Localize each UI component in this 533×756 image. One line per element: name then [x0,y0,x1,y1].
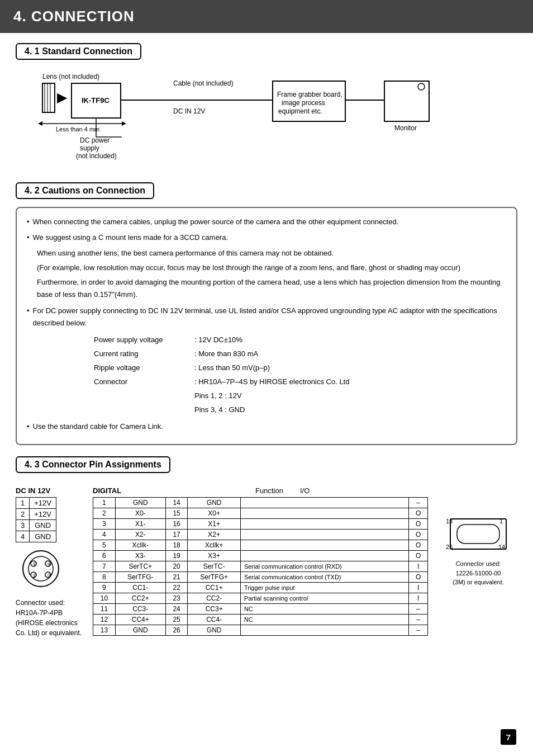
spec-key-5 [94,404,194,416]
dig-sig2: X1+ [188,519,240,530]
digital-row: 4 X2- 17 X2+ O [93,530,428,540]
dig-pin2: 18 [165,540,188,551]
svg-text:14: 14 [498,544,505,550]
dig-sig1: CC3- [115,604,165,615]
dig-sig2: X3+ [188,551,240,561]
dc-pin-row: 2+12V [16,509,56,520]
spec-row-5: Pins 3, 4 : GND [94,404,506,416]
bullet-dot-3: • [27,305,30,329]
digital-row: 9 CC1- 22 CC1+ Trigger pulse input I [93,583,428,593]
dig-func [240,519,408,530]
dig-pin1: 13 [93,625,116,636]
spec-key-0: Power supply voltage [94,334,194,346]
spec-row-4: Pins 1, 2 : 12V [94,390,506,402]
dig-pin1: 8 [93,572,116,583]
dc-connector-note-text: Connector used: HR10A-7P-4PB (HIROSE ele… [16,599,82,637]
dig-sig1: SerTC+ [115,561,165,572]
dig-pin2: 24 [165,604,188,615]
dig-pin2: 17 [165,530,188,540]
spec-key-4 [94,390,194,402]
section-42-heading: 4. 2 Cautions on Connection [16,182,154,199]
dig-pin1: 11 [93,604,116,615]
section-43-heading: 4. 3 Connector Pin Assignments [16,456,170,473]
digital-row: 6 X3- 19 X3+ O [93,551,428,561]
svg-text:(not included): (not included) [76,152,117,160]
dc-pin-num: 1 [16,498,30,509]
dig-sig2: Xcllk+ [188,540,240,551]
svg-marker-10 [122,121,126,126]
dig-sig1: CC1- [115,583,165,593]
digital-row: 11 CC3- 24 CC3+ NC – [93,604,428,615]
dig-sig2: GND [188,498,240,508]
dig-pin1: 9 [93,583,116,593]
caution-indent-1: When using another lens, the best camera… [37,247,506,259]
digital-title: DIGITAL [93,486,121,495]
dig-sig1: X1- [115,519,165,530]
dc-connector-note: Connector used: HR10A-7P-4PB (HIROSE ele… [16,598,82,638]
svg-text:Less than 4 mm: Less than 4 mm [56,126,99,133]
dc-pin-num: 2 [16,509,30,520]
svg-rect-1 [42,83,55,112]
dig-sig1: SerTFG- [115,572,165,583]
dc-pin-title: DC IN 12V [16,486,82,495]
dig-sig2: X2+ [188,530,240,540]
svg-text:13: 13 [446,518,453,525]
dig-pin2: 20 [165,561,188,572]
pin-tables-area: DC IN 12V 1+12V2+12V3GND4GND ① [16,486,517,638]
section-41-heading: 4. 1 Standard Connection [16,43,141,60]
dig-sig1: CC4+ [115,615,165,625]
page-number: 7 [501,729,516,745]
dig-pin1: 10 [93,593,116,604]
function-title: Function [255,486,283,497]
caution-bullet-1: • When connecting the camera cables, unp… [27,216,506,228]
dig-io: I [409,561,428,572]
bullet-dot-4: • [27,420,30,433]
dig-io: O [409,519,428,530]
dig-pin2: 25 [165,615,188,625]
dig-pin1: 2 [93,508,116,519]
right-connector-section: 13 1 26 14 Connector used: 12226-51000-0… [439,486,517,587]
dig-io: – [409,604,428,615]
digital-row: 1 GND 14 GND – [93,498,428,508]
header-title: 4. CONNECTION [13,8,135,25]
dig-sig2: CC1+ [188,583,240,593]
digital-row: 7 SerTC+ 20 SerTC- Serial communication … [93,561,428,572]
svg-text:supply: supply [80,144,99,152]
dig-pin1: 1 [93,498,116,508]
spec-row-3: Connector : HR10A–7P–4S by HIROSE electr… [94,376,506,388]
dig-func [240,508,408,519]
spec-val-1: : More than 830 mA [194,348,258,360]
conn-note-text: Connector used: 12226-51000-00 (3M) or e… [453,560,504,585]
dig-func: NC [240,615,408,625]
svg-text:▶: ▶ [57,91,68,105]
bullet-dot-1: • [27,216,30,228]
dig-pin2: 26 [165,625,188,636]
dig-sig2: GND [188,625,240,636]
page: 4. CONNECTION 4. 1 Standard Connection L… [0,0,533,756]
dig-func: Serial communication control (TXD) [240,572,408,583]
dig-sig1: Xcllk- [115,540,165,551]
spec-val-2: : Less than 50 mV(p–p) [194,362,270,374]
caution-text-1: When connecting the camera cables, unplu… [33,216,399,228]
svg-text:Lens (not included): Lens (not included) [42,73,99,81]
bullet-dot-2: • [27,231,30,244]
dig-sig1: X3- [115,551,165,561]
dig-pin2: 21 [165,572,188,583]
section-41: 4. 1 Standard Connection Lens (not inclu… [16,43,517,169]
dig-pin2: 23 [165,593,188,604]
dig-pin1: 6 [93,551,116,561]
svg-text:Monitor: Monitor [394,124,417,132]
digital-row: 12 CC4+ 25 CC4- NC – [93,615,428,625]
dig-io: O [409,530,428,540]
spec-val-3: : HR10A–7P–4S by HIROSE electronics Co. … [194,376,349,388]
caution-box: • When connecting the camera cables, unp… [16,207,517,445]
io-title: I/O [300,486,310,497]
dig-pin1: 4 [93,530,116,540]
dig-io: I [409,583,428,593]
dig-sig2: CC4- [188,615,240,625]
dig-sig2: SerTC- [188,561,240,572]
dc-pin-val: +12V [30,498,56,509]
svg-text:1: 1 [499,518,503,525]
spec-val-5: Pins 3, 4 : GND [194,404,245,416]
svg-text:④: ④ [47,561,51,567]
